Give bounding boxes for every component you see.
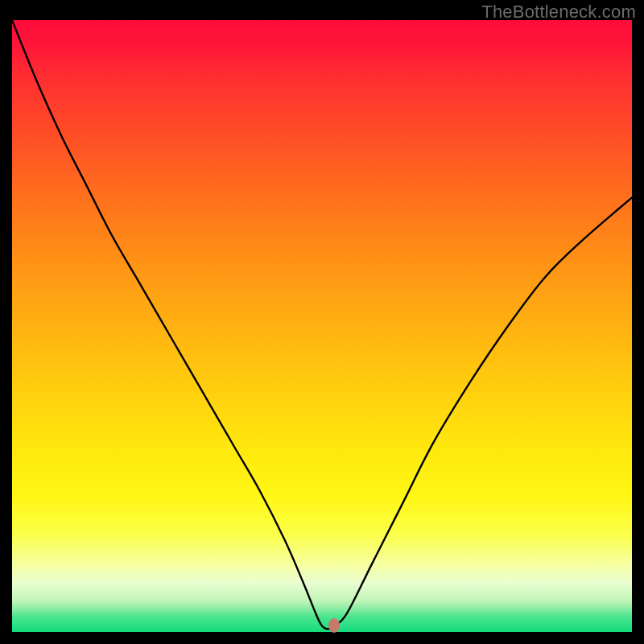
- bottleneck-curve: [12, 20, 632, 632]
- watermark-text: TheBottleneck.com: [481, 2, 636, 23]
- plot-area: [12, 20, 632, 632]
- axis-baseline: [12, 632, 632, 644]
- chart-frame: TheBottleneck.com: [0, 0, 644, 644]
- optimal-point-marker: [328, 618, 340, 633]
